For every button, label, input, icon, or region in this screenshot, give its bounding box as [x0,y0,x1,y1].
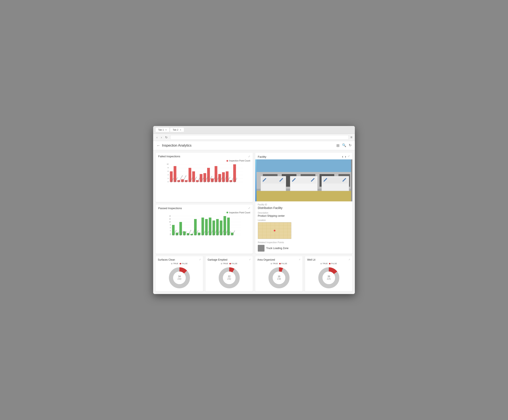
area-true-label: TRUE [273,263,278,265]
browser-tab-2[interactable]: Tab 2 ✕ [170,128,184,132]
menu-icon[interactable]: ≡ [351,135,352,139]
garbage-emptied-card: Garbage Emptied ⤢ TRUE FALSE [205,256,253,291]
well-lit-chart: 39 225 [307,266,350,289]
garbage-false-dot [229,263,231,264]
surfaces-clean-false-legend: FALSE [180,263,188,265]
svg-rect-58 [262,177,285,184]
garbage-true-label: TRUE [223,263,228,265]
app-content: Failed Inspections ⤢ Inspection Point Co… [153,150,355,294]
area-false-dot [279,263,281,264]
failed-inspections-header: Failed Inspections ⤢ [156,153,253,159]
failed-bar-chart: 10 8 6 4 2 0 [158,163,250,192]
svg-text:0: 0 [168,181,169,183]
bottom-row: Surfaces Clean ⤢ TRUE FALSE [156,256,352,291]
passed-inspections-legend: Inspection Point Count [158,212,250,214]
forward-button[interactable]: › [160,135,163,140]
back-button[interactable]: ‹ [156,135,158,140]
svg-text:225: 225 [327,278,330,280]
passed-inspections-chart-area: Inspection Point Count 14 12 10 8 6 4 2 … [156,211,253,246]
facility-nav: ‹ › ⤢ [342,155,350,159]
failed-legend-label: Inspection Point Count [229,160,250,162]
garbage-emptied-chart: 22 242 [208,266,251,289]
garbage-emptied-expand[interactable]: ⤢ [249,258,251,261]
tab-1-close[interactable]: ✕ [165,129,167,131]
svg-text:10: 10 [167,163,169,165]
svg-text:Stairwell 1: Stairwell 1 [230,177,234,183]
surfaces-clean-expand[interactable]: ⤢ [199,258,201,261]
passed-chart-svg: 14 12 10 8 6 4 2 0 [158,215,250,244]
passed-inspections-expand[interactable]: ⤢ [248,207,250,210]
garbage-emptied-legend: TRUE FALSE [208,263,251,265]
url-bar[interactable] [170,135,349,140]
passed-inspections-header: Passed Inspections ⤢ [156,205,253,211]
passed-inspections-card: Passed Inspections ⤢ Inspection Point Co… [156,205,253,254]
surfaces-clean-chart: 34 230 [158,266,201,289]
area-false-legend: FALSE [279,263,287,265]
svg-text:16: 16 [277,275,280,278]
tab-2-close[interactable]: ✕ [180,129,181,131]
map-pin [274,230,276,231]
garbage-true-dot [221,263,222,264]
facility-desc-label: Description [258,212,350,214]
well-lit-svg: 39 225 [317,266,340,289]
surfaces-clean-true-legend: TRUE [171,263,178,265]
well-lit-card: Well Lit ⤢ TRUE FALSE [305,256,352,291]
related-item-name: Truck Loading Zone [266,247,288,250]
failed-chart-svg: 10 8 6 4 2 0 [158,163,250,192]
svg-text:10: 10 [169,221,171,222]
reload-button[interactable]: ↻ [164,135,169,140]
refresh-icon[interactable]: ↻ [349,143,351,148]
svg-text:2: 2 [168,177,169,179]
facility-map [258,222,291,239]
surfaces-clean-legend: TRUE FALSE [158,263,201,265]
svg-text:22: 22 [228,275,230,278]
related-item[interactable]: Truck Loading Zone [258,245,350,251]
browser-titlebar: Tab 1 ✕ Tab 2 ✕ [153,126,355,134]
area-organized-chart: 16 238 [257,266,300,289]
area-true-dot [271,263,272,264]
related-inspections: Related Inspection Points Truck Loading … [258,241,350,251]
facility-next-icon[interactable]: › [345,155,346,159]
garbage-false-legend: FALSE [229,263,237,265]
facility-prev-icon[interactable]: ‹ [342,155,343,159]
svg-text:6: 6 [168,170,169,172]
well-lit-title: Well Lit [307,258,315,261]
area-organized-expand[interactable]: ⤢ [299,258,300,261]
garbage-emptied-title: Garbage Emptied [208,258,227,261]
svg-text:230: 230 [177,278,181,280]
well-lit-true-legend: TRUE [320,263,328,265]
area-true-legend: TRUE [271,263,278,265]
facility-image [255,159,352,201]
area-organized-svg: 16 238 [268,266,291,289]
garbage-true-legend: TRUE [221,263,228,265]
facility-card: Facility ‹ › ⤢ [255,153,352,254]
facility-expand[interactable]: ⤢ [348,155,350,159]
tab-1-label: Tab 1 [158,129,164,131]
svg-rect-56 [256,191,351,201]
app-header: ← Inspection Analytics ⊞ 🔍 ↻ [153,141,355,150]
svg-text:238: 238 [277,278,281,280]
surfaces-true-label: TRUE [173,263,178,265]
facility-title: Facility [258,155,266,158]
passed-legend-dot [226,212,228,213]
browser-tabs: Tab 1 ✕ Tab 2 ✕ [156,128,352,132]
facility-id-label: Facility ID [258,204,350,206]
garbage-emptied-header: Garbage Emptied ⤢ [208,258,251,261]
surfaces-clean-svg: 34 230 [168,266,191,289]
search-icon[interactable]: 🔍 [342,143,346,148]
failed-inspections-expand[interactable]: ⤢ [248,155,250,158]
browser-tab-1[interactable]: Tab 1 ✕ [156,128,169,132]
garbage-emptied-svg: 22 242 [218,266,241,289]
grid-view-icon[interactable]: ⊞ [336,143,339,148]
surfaces-clean-card: Surfaces Clean ⤢ TRUE FALSE [156,256,203,291]
well-lit-expand[interactable]: ⤢ [349,258,350,261]
back-arrow-button[interactable]: ← [157,143,160,148]
svg-text:8: 8 [168,167,169,169]
well-lit-false-dot [329,263,330,264]
facility-id-value: Distribution Facility [258,206,350,210]
well-lit-legend: TRUE FALSE [307,263,350,265]
related-title: Related Inspection Points [258,241,350,243]
svg-text:34: 34 [178,275,180,278]
svg-text:39: 39 [327,275,330,278]
area-organized-card: Area Organized ⤢ TRUE FALSE [255,256,303,291]
